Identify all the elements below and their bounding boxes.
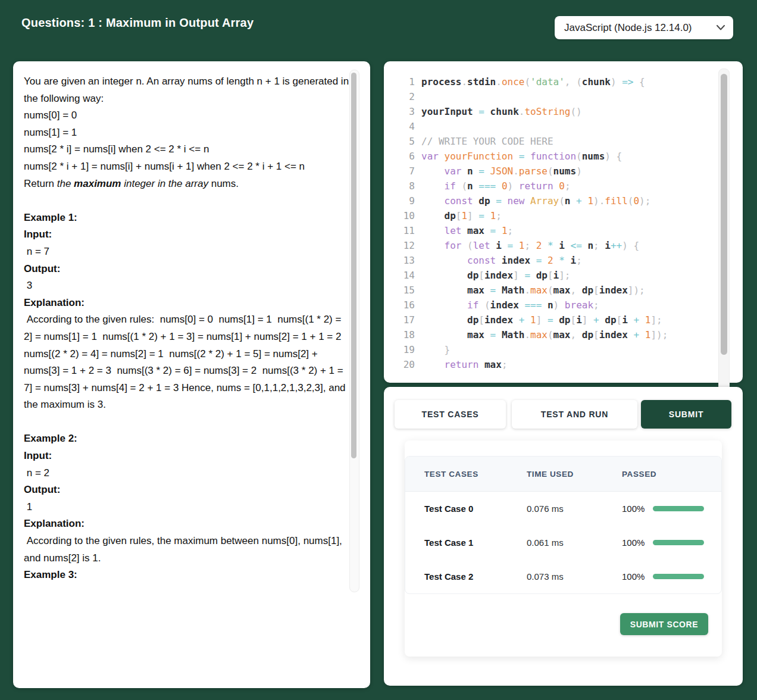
problem-paragraph: 3 <box>24 277 351 295</box>
column-time-used: TIME USED <box>527 470 622 479</box>
problem-paragraph: You are given an integer n. An array num… <box>24 73 351 107</box>
problem-paragraph: Example 2: <box>24 430 351 448</box>
code-line[interactable]: 13 const index = 2 * i; <box>384 253 717 268</box>
chevron-down-icon <box>717 25 725 30</box>
test-case-name: Test Case 1 <box>405 538 527 548</box>
table-row: Test Case 2 0.073 ms 100% <box>405 560 721 593</box>
problem-text: You are given an integer n. An array num… <box>24 73 351 591</box>
line-number: 15 <box>384 283 421 298</box>
problem-paragraph: nums[1] = 1 <box>24 124 351 142</box>
problem-panel: You are given an integer n. An array num… <box>13 61 370 688</box>
test-case-passed-pct: 100% <box>622 538 645 548</box>
language-select[interactable]: JavaScript (Node.js 12.14.0) <box>555 16 733 39</box>
line-number: 12 <box>384 238 421 253</box>
code-line[interactable]: 1process.stdin.once('data', (chunk) => { <box>384 74 717 89</box>
problem-paragraph: According to the given rules: nums[0] = … <box>24 311 351 414</box>
code-line[interactable]: 17 dp[index + 1] = dp[i] + dp[i + 1]; <box>384 312 717 327</box>
line-number: 13 <box>384 253 421 268</box>
line-number: 7 <box>384 164 421 179</box>
test-case-name: Test Case 0 <box>405 504 527 514</box>
editor-scrollbar[interactable] <box>718 68 730 436</box>
code-line[interactable]: 18 max = Math.max(max, dp[index + 1]); <box>384 327 717 342</box>
line-number: 3 <box>384 104 421 119</box>
test-case-name: Test Case 2 <box>405 571 527 582</box>
test-case-time: 0.073 ms <box>527 571 622 582</box>
progress-bar <box>653 540 704 545</box>
line-number: 5 <box>384 134 421 149</box>
line-number: 4 <box>384 119 421 134</box>
line-number: 20 <box>384 357 421 372</box>
line-number: 10 <box>384 208 421 223</box>
problem-paragraph: nums[0] = 0 <box>24 107 351 124</box>
code-line[interactable]: 19 } <box>384 342 717 357</box>
code-line[interactable]: 8 if (n === 0) return 0; <box>384 179 717 193</box>
submit-score-button[interactable]: SUBMIT SCORE <box>620 613 708 635</box>
results-table: TEST CASES TIME USED PASSED Test Case 0 … <box>405 456 722 594</box>
problem-paragraph: Output: <box>24 482 351 499</box>
problem-paragraph: Example 1: <box>24 210 351 227</box>
test-case-passed-pct: 100% <box>622 571 645 582</box>
problem-paragraph: Explanation: <box>24 515 351 533</box>
code-line[interactable]: 3yourInput = chunk.toString() <box>384 104 717 119</box>
problem-scrollbar-thumb[interactable] <box>351 73 356 458</box>
problem-paragraph <box>24 192 351 210</box>
problem-paragraph: nums[2 * i] = nums[i] when 2 <= 2 * i <=… <box>24 141 351 158</box>
results-panel: TEST CASES TEST AND RUN SUBMIT TEST CASE… <box>384 387 743 686</box>
problem-paragraph: n = 2 <box>24 465 351 482</box>
line-number: 9 <box>384 193 421 208</box>
table-row: Test Case 0 0.076 ms 100% <box>405 492 721 526</box>
results-table-header: TEST CASES TIME USED PASSED <box>405 457 721 492</box>
problem-paragraph: n = 7 <box>24 243 351 261</box>
problem-paragraph: nums[2 * i + 1] = nums[i] + nums[i + 1] … <box>24 158 351 176</box>
code-line[interactable]: 6var yourFunction = function(nums) { <box>384 149 717 164</box>
code-line[interactable]: 7 var n = JSON.parse(nums) <box>384 164 717 179</box>
problem-paragraph: According to the given rules, the maximu… <box>24 533 351 567</box>
tab-submit[interactable]: SUBMIT <box>641 400 731 429</box>
line-number: 18 <box>384 327 421 342</box>
tab-test-cases[interactable]: TEST CASES <box>395 400 506 429</box>
code-line[interactable]: 2 <box>384 89 717 104</box>
line-number: 11 <box>384 223 421 238</box>
problem-paragraph: Input: <box>24 448 351 465</box>
line-number: 1 <box>384 74 421 89</box>
problem-paragraph: Input: <box>24 226 351 243</box>
code-line[interactable]: 9 const dp = new Array(n + 1).fill(0); <box>384 193 717 208</box>
code-editor-panel[interactable]: 1process.stdin.once('data', (chunk) => {… <box>384 61 743 383</box>
code-lines[interactable]: 1process.stdin.once('data', (chunk) => {… <box>384 74 717 372</box>
code-line[interactable]: 15 max = Math.max(max, dp[index]); <box>384 283 717 298</box>
code-line[interactable]: 16 if (index === n) break; <box>384 298 717 312</box>
code-line[interactable]: 20 return max; <box>384 357 717 372</box>
progress-bar <box>653 574 704 579</box>
line-number: 17 <box>384 312 421 327</box>
results-card: TEST CASES TIME USED PASSED Test Case 0 … <box>405 440 722 657</box>
problem-paragraph: Example 3: <box>24 567 351 584</box>
line-number: 19 <box>384 342 421 357</box>
column-passed: PASSED <box>622 470 656 479</box>
test-case-time: 0.076 ms <box>527 504 622 514</box>
problem-scrollbar[interactable] <box>349 70 359 592</box>
problem-paragraph <box>24 414 351 431</box>
table-row: Test Case 1 0.061 ms 100% <box>405 526 721 560</box>
problem-paragraph: 1 <box>24 499 351 516</box>
line-number: 8 <box>384 179 421 193</box>
code-line[interactable]: 4 <box>384 119 717 134</box>
progress-bar <box>653 506 704 511</box>
problem-paragraph: Return the maximum integer in the array … <box>24 176 351 193</box>
line-number: 2 <box>384 89 421 104</box>
code-line[interactable]: 5// WRITE YOUR CODE HERE <box>384 134 717 149</box>
problem-paragraph: Output: <box>24 261 351 278</box>
code-line[interactable]: 14 dp[index] = dp[i]; <box>384 268 717 283</box>
action-tabs: TEST CASES TEST AND RUN SUBMIT <box>395 400 731 429</box>
code-line[interactable]: 11 let max = 1; <box>384 223 717 238</box>
line-number: 14 <box>384 268 421 283</box>
language-select-value: JavaScript (Node.js 12.14.0) <box>564 22 692 34</box>
test-case-time: 0.061 ms <box>527 538 622 548</box>
editor-scrollbar-thumb[interactable] <box>721 74 727 355</box>
code-line[interactable]: 10 dp[1] = 1; <box>384 208 717 223</box>
test-case-passed-pct: 100% <box>622 504 645 514</box>
column-test-cases: TEST CASES <box>405 470 527 479</box>
page-title: Questions: 1 : Maximum in Output Array <box>21 16 254 30</box>
tab-test-and-run[interactable]: TEST AND RUN <box>512 400 637 429</box>
code-line[interactable]: 12 for (let i = 1; 2 * i <= n; i++) { <box>384 238 717 253</box>
problem-paragraph: Explanation: <box>24 295 351 312</box>
